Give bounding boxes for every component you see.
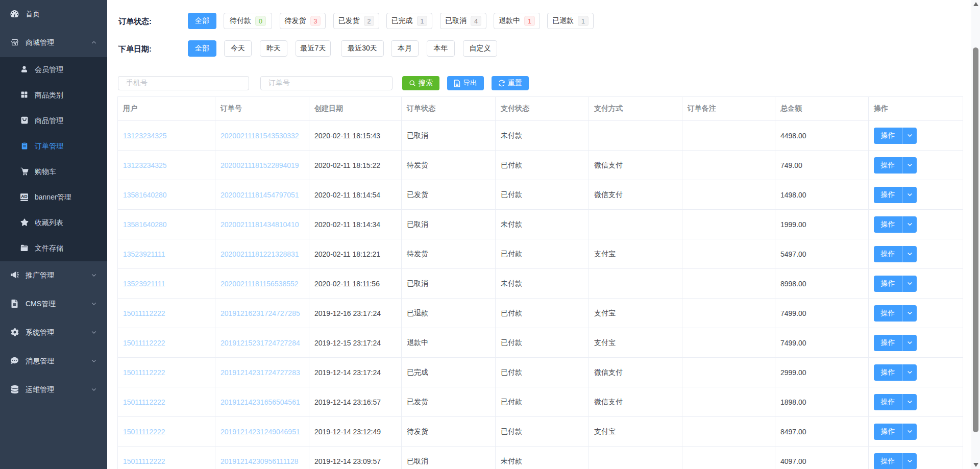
svg-text:AD: AD bbox=[21, 194, 27, 199]
